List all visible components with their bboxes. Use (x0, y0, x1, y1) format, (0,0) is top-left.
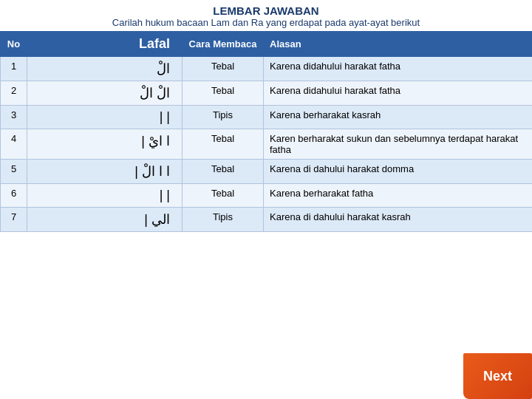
cell-alasan: Karena berharakat fatha (264, 184, 533, 208)
cell-cara: Tipis (183, 208, 264, 232)
cell-lafal: الْ (27, 57, 183, 81)
table-row: 2الْ الْTebalKarena didahului harakat fa… (1, 81, 533, 106)
cell-alasan: Karena berharakat kasrah (264, 106, 533, 129)
cell-alasan: Karena didahului harakat fatha (264, 57, 533, 81)
col-header-no: No (1, 32, 27, 57)
col-header-lafal: Lafal (27, 32, 183, 57)
answer-table: No Lafal Cara Membaca Alasan 1الْTebalKa… (0, 31, 532, 232)
page-wrapper: LEMBAR JAWABAN Carilah hukum bacaan Lam … (0, 0, 532, 399)
cell-alasan: Karena di dahului harakat kasrah (264, 208, 533, 232)
cell-no: 4 (1, 129, 27, 160)
cell-alasan: Karen berharakat sukun dan sebelumnya te… (264, 129, 533, 160)
table-row: 6| |TebalKarena berharakat fatha (1, 184, 533, 208)
cell-no: 5 (1, 160, 27, 184)
cell-lafal: الْ الْ (27, 81, 183, 106)
table-row: 1الْTebalKarena didahului harakat fatha (1, 57, 533, 81)
col-header-cara: Cara Membaca (183, 32, 264, 57)
next-button[interactable]: Next (463, 353, 532, 399)
table-header-row: No Lafal Cara Membaca Alasan (1, 32, 533, 57)
page-header: LEMBAR JAWABAN Carilah hukum bacaan Lam … (0, 0, 532, 31)
cell-lafal: | | (27, 184, 183, 208)
cell-no: 6 (1, 184, 27, 208)
col-header-alasan: Alasan (264, 32, 533, 57)
cell-no: 3 (1, 106, 27, 129)
cell-cara: Tebal (183, 129, 264, 160)
cell-no: 2 (1, 81, 27, 106)
cell-lafal: | | (27, 106, 183, 129)
cell-cara: Tipis (183, 106, 264, 129)
table-row: 3| |TipisKarena berharakat kasrah (1, 106, 533, 129)
cell-cara: Tebal (183, 160, 264, 184)
cell-no: 7 (1, 208, 27, 232)
table-row: 4ا ايْ |TebalKaren berharakat sukun dan … (1, 129, 533, 160)
table-row: 5ا ا الْ |TebalKarena di dahului harakat… (1, 160, 533, 184)
page-subtitle: Carilah hukum bacaan Lam dan Ra yang erd… (3, 17, 529, 28)
cell-alasan: Karena didahului harakat fatha (264, 81, 533, 106)
cell-no: 1 (1, 57, 27, 81)
cell-lafal: ا ايْ | (27, 129, 183, 160)
cell-cara: Tebal (183, 81, 264, 106)
cell-cara: Tebal (183, 57, 264, 81)
table-row: 7الي |TipisKarena di dahului harakat kas… (1, 208, 533, 232)
cell-alasan: Karena di dahului harakat domma (264, 160, 533, 184)
cell-lafal: ا ا الْ | (27, 160, 183, 184)
cell-cara: Tebal (183, 184, 264, 208)
page-title: LEMBAR JAWABAN (3, 4, 529, 17)
cell-lafal: الي | (27, 208, 183, 232)
